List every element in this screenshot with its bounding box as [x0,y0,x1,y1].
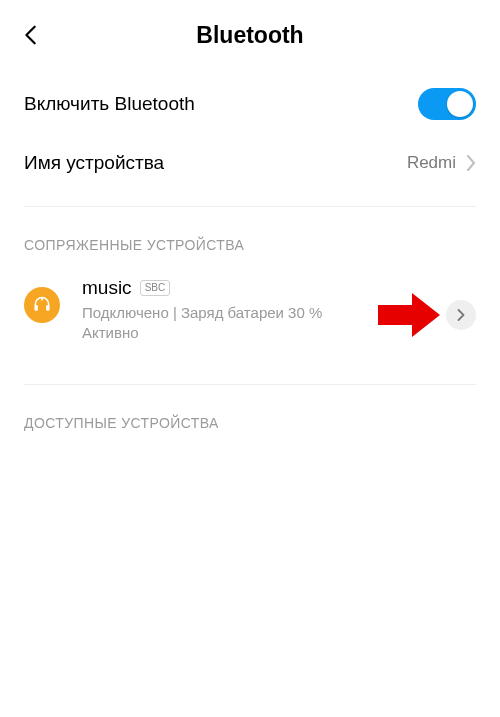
available-section-title: ДОСТУПНЫЕ УСТРОЙСТВА [0,385,500,449]
device-status: Подключено | Заряд батареи 30 % Активно [82,303,382,344]
enable-bluetooth-row: Включить Bluetooth [0,70,500,138]
device-name-label: Имя устройства [24,152,164,174]
chevron-right-icon [457,309,465,321]
top-bar: Bluetooth [0,0,500,70]
device-body: music SBC Подключено | Заряд батареи 30 … [82,277,476,344]
bluetooth-settings-screen: Bluetooth Включить Bluetooth Имя устройс… [0,0,500,717]
chevron-left-icon [20,22,42,48]
page-title: Bluetooth [196,22,303,49]
device-name-value: Redmi [407,153,456,173]
device-name-row[interactable]: Имя устройства Redmi [0,138,500,196]
enable-bluetooth-label: Включить Bluetooth [24,93,195,115]
device-details-button[interactable] [446,300,476,330]
svg-rect-0 [35,305,38,311]
enable-bluetooth-toggle[interactable] [418,88,476,120]
toggle-knob [447,91,473,117]
device-name: music [82,277,132,299]
back-button[interactable] [20,22,48,50]
paired-device-row[interactable]: music SBC Подключено | Заряд батареи 30 … [0,271,500,360]
svg-rect-1 [46,305,49,311]
paired-section-title: СОПРЯЖЕННЫЕ УСТРОЙСТВА [0,207,500,271]
chevron-right-icon [466,155,476,171]
headset-icon [24,287,60,323]
codec-badge: SBC [140,280,171,296]
